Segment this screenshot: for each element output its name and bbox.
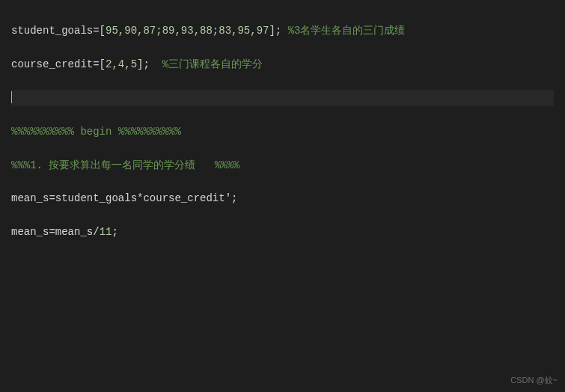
comment-text: %%%%: [215, 159, 240, 171]
watermark-text: CSDN @蚊~: [510, 374, 558, 388]
number-literal: 2,4,5: [106, 58, 137, 70]
comment-text: %3名学生各自的三门成绩: [288, 25, 406, 37]
comment-text: %%%1. 按要求算出每一名同学的学分绩: [11, 159, 215, 171]
comment-text: %三门课程各自的学分: [162, 58, 263, 70]
code-text: course_credit=[: [11, 58, 106, 70]
code-editor[interactable]: student_goals=[95,90,87;89,93,88;83,95,9…: [0, 0, 565, 392]
code-text: ];: [137, 58, 162, 70]
code-line: [11, 290, 554, 307]
code-line: [11, 357, 554, 373]
number-literal: 95,90,87;89,93,88;83,95,97: [106, 25, 269, 37]
code-line: course_credit=[2,4,5]; %三门课程各自的学分: [11, 56, 554, 73]
code-text: mean_s=student_goals*course_credit';: [11, 192, 237, 204]
code-text: ];: [269, 25, 287, 37]
code-line: [11, 324, 554, 340]
code-line: mean_s=student_goals*course_credit';: [11, 190, 554, 206]
code-line: [11, 257, 554, 274]
code-line: mean_s=mean_s/11;: [11, 224, 554, 240]
code-line: %%%1. 按要求算出每一名同学的学分绩 %%%%: [11, 157, 554, 174]
comment-text: %%%%%%%%%% begin %%%%%%%%%%: [11, 126, 181, 138]
code-text: ;: [112, 226, 117, 238]
code-text: mean_s=mean_s/: [11, 226, 100, 238]
cursor-line: [11, 90, 554, 106]
code-line: %%%%%%%%%% begin %%%%%%%%%%: [11, 123, 554, 140]
number-literal: 11: [100, 226, 112, 238]
text-cursor: [11, 91, 12, 103]
code-line: student_goals=[95,90,87;89,93,88;83,95,9…: [11, 22, 554, 39]
code-text: student_goals=[: [11, 25, 106, 37]
